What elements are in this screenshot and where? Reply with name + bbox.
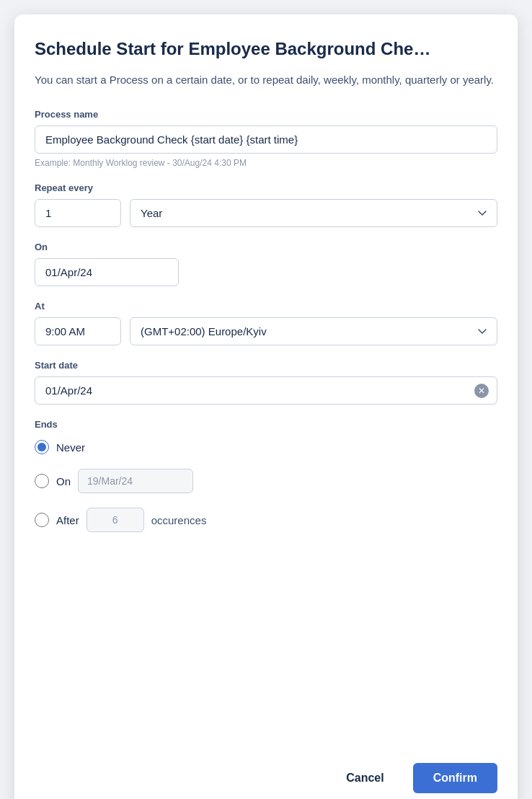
ends-after-count-input[interactable] (87, 508, 144, 532)
start-date-label: Start date (35, 360, 497, 371)
at-label: At (35, 301, 497, 312)
ends-on-label: On (56, 475, 71, 487)
on-label: On (35, 242, 497, 252)
repeat-every-label: Repeat every (35, 182, 497, 193)
ends-never-option: Never (35, 440, 497, 454)
process-name-field: Process name Example: Monthly Worklog re… (35, 109, 497, 168)
ends-after-radio[interactable] (35, 513, 49, 527)
start-date-input[interactable] (35, 376, 497, 405)
ends-section: Ends Never On After occurences (35, 419, 497, 547)
on-date-field: On (35, 242, 497, 286)
ends-label: Ends (35, 419, 497, 430)
start-date-wrapper: ✕ (35, 376, 497, 405)
modal-title: Schedule Start for Employee Background C… (35, 37, 497, 60)
ends-never-radio[interactable] (35, 440, 49, 454)
clear-date-icon[interactable]: ✕ (474, 384, 489, 398)
process-name-input[interactable] (35, 125, 497, 154)
occurrences-text: occurences (151, 514, 207, 526)
modal-description: You can start a Process on a certain dat… (35, 71, 497, 89)
time-input[interactable] (35, 317, 121, 345)
timezone-select[interactable]: (GMT+02:00) Europe/Kyiv (130, 317, 497, 345)
process-name-helper: Example: Monthly Worklog review - 30/Aug… (35, 158, 497, 168)
repeat-unit-select[interactable]: Day Week Month Quarter Year (130, 199, 497, 227)
repeat-every-field: Repeat every Day Week Month Quarter Year (35, 182, 497, 227)
ends-on-date-input[interactable] (78, 469, 193, 493)
ends-never-label: Never (56, 441, 85, 454)
at-row: (GMT+02:00) Europe/Kyiv (35, 317, 497, 345)
ends-after-label: After (56, 514, 79, 526)
cancel-button[interactable]: Cancel (329, 763, 401, 793)
ends-after-option: After occurences (35, 508, 497, 532)
ends-on-radio[interactable] (35, 474, 49, 488)
repeat-row: Day Week Month Quarter Year (35, 199, 497, 227)
ends-on-option: On (35, 469, 497, 493)
modal-footer: Cancel Confirm (35, 746, 497, 793)
start-date-field: Start date ✕ (35, 360, 497, 405)
schedule-modal: Schedule Start for Employee Background C… (14, 14, 518, 799)
on-date-input[interactable] (35, 258, 179, 286)
at-field: At (GMT+02:00) Europe/Kyiv (35, 301, 497, 345)
confirm-button[interactable]: Confirm (413, 763, 497, 793)
process-name-label: Process name (35, 109, 497, 120)
repeat-number-input[interactable] (35, 199, 121, 227)
